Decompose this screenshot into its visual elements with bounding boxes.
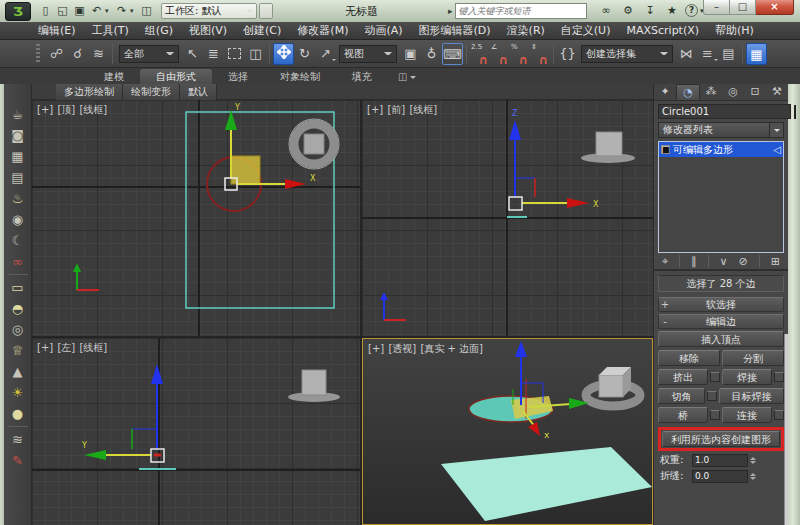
- weld-settings-button[interactable]: [774, 372, 784, 382]
- weight-spinner-arrows[interactable]: [750, 454, 756, 467]
- motion-tab-icon[interactable]: ◎: [722, 84, 744, 100]
- bridge-button[interactable]: 桥: [658, 407, 708, 423]
- sun-icon[interactable]: ☀: [7, 382, 29, 403]
- favorites-icon[interactable]: ★: [661, 2, 683, 19]
- remove-modifier-icon[interactable]: ⊘: [739, 255, 748, 268]
- layer-manager-icon[interactable]: ▤: [718, 43, 739, 65]
- box-on-disc-object[interactable]: [288, 370, 340, 402]
- extrude-settings-button[interactable]: [710, 372, 720, 382]
- unlink-selection-icon[interactable]: ☌: [67, 43, 88, 65]
- percent-snap-toggle-icon[interactable]: % ∩: [510, 43, 530, 65]
- select-object-icon[interactable]: ↖: [182, 43, 203, 65]
- window-crossing-icon[interactable]: ◫: [245, 43, 266, 65]
- lamp-icon[interactable]: ♨: [7, 188, 29, 209]
- show-end-result-icon[interactable]: ∥: [691, 255, 697, 268]
- pin-stack-icon[interactable]: ⌖: [662, 255, 668, 268]
- projector-icon[interactable]: ◉: [7, 209, 29, 230]
- render-preview-icon[interactable]: ◙: [7, 125, 29, 146]
- remove-button[interactable]: 移除: [658, 350, 720, 366]
- menu-tools[interactable]: 工具(T): [84, 22, 137, 40]
- viewport-front[interactable]: [+] [前] [线框] Z: [362, 100, 653, 336]
- viewport-menu-shading[interactable]: [线框]: [79, 104, 107, 115]
- viewport-menu-plus[interactable]: [+]: [367, 104, 383, 115]
- menu-maxscript[interactable]: MAXScript(X): [618, 22, 707, 40]
- viewport-menu-plus[interactable]: [+]: [37, 104, 53, 115]
- workspace-icon[interactable]: ◫: [138, 3, 155, 19]
- subtab-defaults[interactable]: 默认: [180, 84, 217, 100]
- utilities-tab-icon[interactable]: ⚒: [766, 84, 788, 100]
- select-and-manipulate-icon[interactable]: ♁: [421, 43, 442, 65]
- menu-edit[interactable]: 编辑(E): [30, 22, 84, 40]
- select-and-move-icon[interactable]: [273, 43, 294, 65]
- viewport-top[interactable]: [+] [顶] [线框] Y: [32, 100, 360, 336]
- max-logo-button[interactable]: Ʒ: [5, 2, 31, 21]
- rectangular-selection-region-icon[interactable]: [228, 48, 241, 59]
- menu-help[interactable]: 帮助(H): [707, 22, 762, 40]
- viewport-perspective[interactable]: [+] [透视] [真实 + 边面]: [362, 338, 653, 525]
- moon-icon[interactable]: ☾: [7, 230, 29, 251]
- search-expand-icon[interactable]: ▸: [448, 6, 453, 16]
- selection-filter-dropdown[interactable]: 全部: [119, 45, 179, 63]
- chamfer-button[interactable]: 切角: [658, 388, 705, 404]
- ring-box-object[interactable]: [289, 119, 339, 169]
- display-tab-icon[interactable]: ⊡: [744, 84, 766, 100]
- viewport-menu-shading[interactable]: [线框]: [79, 342, 107, 353]
- weld-button[interactable]: 焊接: [722, 369, 772, 385]
- spinner-snap-toggle-icon[interactable]: ⇕ ∩: [530, 43, 550, 65]
- object-color-swatch[interactable]: [794, 105, 796, 119]
- menu-animation[interactable]: 动画(A): [356, 22, 410, 40]
- transform-gizmo[interactable]: x: [513, 341, 589, 440]
- mirror-icon[interactable]: ⋈: [676, 43, 697, 65]
- viewport-menu-shading[interactable]: [线框]: [409, 104, 437, 115]
- plane-object[interactable]: [441, 447, 652, 521]
- undo-icon[interactable]: ↶: [88, 3, 105, 19]
- selected-face-highlight[interactable]: [231, 156, 260, 184]
- named-selection-sets-dropdown[interactable]: 创建选择集: [581, 45, 673, 63]
- ribbon-minimize-toggle[interactable]: ◫: [398, 69, 416, 84]
- chamfer-settings-button[interactable]: [707, 391, 717, 401]
- communication-center-icon[interactable]: ↧: [639, 2, 661, 19]
- viewport-menu-view[interactable]: [左]: [57, 342, 75, 353]
- save-file-icon[interactable]: ▣: [71, 3, 88, 19]
- ribbon-tab-populate[interactable]: 填充: [336, 69, 388, 84]
- angle-snap-toggle-icon[interactable]: ∠ ∩: [490, 43, 510, 65]
- viewport-menu-plus[interactable]: [+]: [368, 343, 384, 354]
- ribbon-tab-object-paint[interactable]: 对象绘制: [264, 69, 336, 84]
- viewport-menu-view[interactable]: [前]: [387, 104, 405, 115]
- reference-coordinate-system-dropdown[interactable]: 视图: [339, 45, 397, 63]
- weight-value-field[interactable]: 1.0: [692, 454, 748, 467]
- exchange-apps-icon[interactable]: ⚙: [617, 2, 639, 19]
- new-file-icon[interactable]: ▯: [37, 3, 54, 19]
- connect-button[interactable]: 连接: [722, 407, 772, 423]
- ribbon-tab-selection[interactable]: 选择: [212, 69, 264, 84]
- maximize-button[interactable]: □: [730, 0, 756, 15]
- modify-tab-icon[interactable]: ◔: [676, 84, 700, 100]
- glasses-icon[interactable]: ∞: [7, 251, 29, 272]
- split-button[interactable]: 分割: [722, 350, 784, 366]
- configure-modifier-sets-icon[interactable]: ⊞: [771, 255, 780, 268]
- crown-icon[interactable]: ♕: [7, 340, 29, 361]
- help-icon[interactable]: ?: [685, 4, 698, 17]
- waves-icon[interactable]: ≋: [7, 429, 29, 450]
- menu-customize[interactable]: 自定义(U): [553, 22, 619, 40]
- minimize-button[interactable]: –: [703, 0, 730, 15]
- ribbon-toggle-icon[interactable]: ▦: [746, 43, 767, 65]
- menu-views[interactable]: 视图(V): [181, 22, 235, 40]
- insert-vertex-button[interactable]: 插入顶点: [658, 331, 784, 347]
- viewport-menu-view[interactable]: [透视]: [388, 343, 416, 354]
- use-pivot-point-center-icon[interactable]: ▣: [400, 43, 421, 65]
- subtab-polydraw[interactable]: 多边形绘制: [56, 84, 123, 100]
- subtab-paint-deform[interactable]: 绘制变形: [123, 84, 180, 100]
- object-name-field[interactable]: [658, 104, 791, 119]
- dome-icon[interactable]: ◓: [7, 298, 29, 319]
- undo-dropdown-caret[interactable]: ▾: [105, 3, 113, 19]
- modifier-list-dropdown[interactable]: 修改器列表: [658, 122, 784, 138]
- select-and-scale-icon[interactable]: ↗: [315, 43, 336, 65]
- ribbon-tab-modeling[interactable]: 建模: [88, 69, 140, 84]
- ring-icon[interactable]: ◎: [7, 319, 29, 340]
- target-weld-button[interactable]: 目标焊接: [719, 388, 784, 404]
- select-and-rotate-icon[interactable]: ↻: [294, 43, 315, 65]
- box-on-torus-object[interactable]: [583, 367, 643, 408]
- search-communities-icon[interactable]: ∞: [595, 2, 617, 19]
- menu-rendering[interactable]: 渲染(R): [499, 22, 553, 40]
